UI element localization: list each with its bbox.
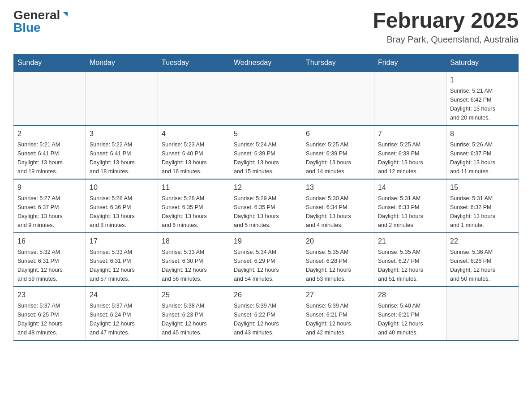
- calendar-table: SundayMondayTuesdayWednesdayThursdayFrid…: [13, 54, 519, 341]
- month-title: February 2025: [373, 9, 519, 33]
- calendar-day-cell: 15Sunrise: 5:31 AMSunset: 6:32 PMDayligh…: [446, 179, 519, 233]
- calendar-day-cell: [302, 72, 374, 125]
- weekday-header-saturday: Saturday: [446, 54, 519, 72]
- day-number: 8: [450, 128, 515, 139]
- calendar-day-cell: 6Sunrise: 5:25 AMSunset: 6:39 PMDaylight…: [302, 125, 374, 179]
- day-info: Sunrise: 5:28 AMSunset: 6:36 PMDaylight:…: [90, 194, 154, 230]
- day-number: 27: [306, 290, 370, 300]
- day-number: 17: [90, 236, 154, 247]
- day-info: Sunrise: 5:27 AMSunset: 6:37 PMDaylight:…: [17, 194, 82, 230]
- day-number: 9: [17, 182, 82, 193]
- calendar-week-row: 16Sunrise: 5:32 AMSunset: 6:31 PMDayligh…: [14, 233, 519, 287]
- day-number: 24: [90, 290, 154, 300]
- day-number: 25: [162, 290, 226, 300]
- day-number: 20: [306, 236, 370, 247]
- day-info: Sunrise: 5:25 AMSunset: 6:38 PMDaylight:…: [378, 140, 442, 176]
- weekday-header-thursday: Thursday: [302, 54, 374, 72]
- day-info: Sunrise: 5:26 AMSunset: 6:37 PMDaylight:…: [450, 140, 515, 176]
- day-info: Sunrise: 5:39 AMSunset: 6:21 PMDaylight:…: [306, 301, 370, 337]
- calendar-day-cell: 28Sunrise: 5:40 AMSunset: 6:21 PMDayligh…: [374, 287, 446, 340]
- day-number: 6: [306, 128, 370, 139]
- calendar-day-cell: 7Sunrise: 5:25 AMSunset: 6:38 PMDaylight…: [374, 125, 446, 179]
- day-number: 2: [17, 128, 82, 139]
- calendar-day-cell: 16Sunrise: 5:32 AMSunset: 6:31 PMDayligh…: [14, 233, 86, 287]
- day-info: Sunrise: 5:37 AMSunset: 6:24 PMDaylight:…: [90, 301, 154, 337]
- day-info: Sunrise: 5:34 AMSunset: 6:29 PMDaylight:…: [234, 248, 298, 283]
- day-number: 11: [162, 182, 226, 193]
- day-number: 1: [450, 75, 515, 86]
- day-number: 4: [162, 128, 226, 139]
- calendar-day-cell: 26Sunrise: 5:39 AMSunset: 6:22 PMDayligh…: [230, 287, 302, 340]
- day-info: Sunrise: 5:24 AMSunset: 6:39 PMDaylight:…: [234, 140, 298, 176]
- calendar-header-row: SundayMondayTuesdayWednesdayThursdayFrid…: [14, 54, 519, 72]
- day-number: 21: [378, 236, 442, 247]
- calendar-day-cell: 21Sunrise: 5:35 AMSunset: 6:27 PMDayligh…: [374, 233, 446, 287]
- day-info: Sunrise: 5:35 AMSunset: 6:27 PMDaylight:…: [378, 248, 442, 283]
- day-info: Sunrise: 5:39 AMSunset: 6:22 PMDaylight:…: [234, 301, 298, 337]
- day-info: Sunrise: 5:36 AMSunset: 6:26 PMDaylight:…: [450, 248, 515, 283]
- day-number: 26: [234, 290, 298, 300]
- weekday-header-tuesday: Tuesday: [158, 54, 230, 72]
- day-info: Sunrise: 5:33 AMSunset: 6:31 PMDaylight:…: [90, 248, 154, 283]
- day-info: Sunrise: 5:25 AMSunset: 6:39 PMDaylight:…: [306, 140, 370, 176]
- calendar-day-cell: 18Sunrise: 5:33 AMSunset: 6:30 PMDayligh…: [158, 233, 230, 287]
- calendar-day-cell: 24Sunrise: 5:37 AMSunset: 6:24 PMDayligh…: [86, 287, 158, 340]
- day-info: Sunrise: 5:30 AMSunset: 6:34 PMDaylight:…: [306, 194, 370, 230]
- calendar-day-cell: 4Sunrise: 5:23 AMSunset: 6:40 PMDaylight…: [158, 125, 230, 179]
- day-info: Sunrise: 5:21 AMSunset: 6:42 PMDaylight:…: [450, 86, 515, 122]
- day-info: Sunrise: 5:35 AMSunset: 6:28 PMDaylight:…: [306, 248, 370, 283]
- calendar-week-row: 1Sunrise: 5:21 AMSunset: 6:42 PMDaylight…: [14, 72, 519, 125]
- calendar-day-cell: [14, 72, 86, 125]
- day-info: Sunrise: 5:32 AMSunset: 6:31 PMDaylight:…: [17, 248, 82, 283]
- calendar-day-cell: 13Sunrise: 5:30 AMSunset: 6:34 PMDayligh…: [302, 179, 374, 233]
- calendar-day-cell: [446, 287, 519, 340]
- day-number: 23: [17, 290, 82, 300]
- logo-general: General: [13, 9, 60, 21]
- day-info: Sunrise: 5:21 AMSunset: 6:41 PMDaylight:…: [17, 140, 82, 176]
- day-number: 10: [90, 182, 154, 193]
- day-number: 12: [234, 182, 298, 193]
- calendar-day-cell: 14Sunrise: 5:31 AMSunset: 6:33 PMDayligh…: [374, 179, 446, 233]
- day-info: Sunrise: 5:22 AMSunset: 6:41 PMDaylight:…: [90, 140, 154, 176]
- day-info: Sunrise: 5:37 AMSunset: 6:25 PMDaylight:…: [17, 301, 82, 337]
- calendar-day-cell: 3Sunrise: 5:22 AMSunset: 6:41 PMDaylight…: [86, 125, 158, 179]
- logo-blue: Blue: [13, 21, 41, 34]
- svg-marker-0: [63, 12, 68, 17]
- day-number: 7: [378, 128, 442, 139]
- day-info: Sunrise: 5:40 AMSunset: 6:21 PMDaylight:…: [378, 301, 442, 337]
- calendar-day-cell: 1Sunrise: 5:21 AMSunset: 6:42 PMDaylight…: [446, 72, 519, 125]
- day-info: Sunrise: 5:33 AMSunset: 6:30 PMDaylight:…: [162, 248, 226, 283]
- calendar-week-row: 9Sunrise: 5:27 AMSunset: 6:37 PMDaylight…: [14, 179, 519, 233]
- calendar-day-cell: 22Sunrise: 5:36 AMSunset: 6:26 PMDayligh…: [446, 233, 519, 287]
- calendar-day-cell: [230, 72, 302, 125]
- calendar-day-cell: 11Sunrise: 5:28 AMSunset: 6:35 PMDayligh…: [158, 179, 230, 233]
- logo-arrow-icon: [61, 10, 70, 21]
- day-number: 5: [234, 128, 298, 139]
- day-number: 15: [450, 182, 515, 193]
- calendar-day-cell: 8Sunrise: 5:26 AMSunset: 6:37 PMDaylight…: [446, 125, 519, 179]
- day-number: 16: [17, 236, 82, 247]
- day-info: Sunrise: 5:23 AMSunset: 6:40 PMDaylight:…: [162, 140, 226, 176]
- calendar-day-cell: 12Sunrise: 5:29 AMSunset: 6:35 PMDayligh…: [230, 179, 302, 233]
- day-number: 14: [378, 182, 442, 193]
- calendar-day-cell: 19Sunrise: 5:34 AMSunset: 6:29 PMDayligh…: [230, 233, 302, 287]
- weekday-header-wednesday: Wednesday: [230, 54, 302, 72]
- weekday-header-monday: Monday: [86, 54, 158, 72]
- day-number: 22: [450, 236, 515, 247]
- calendar-day-cell: 17Sunrise: 5:33 AMSunset: 6:31 PMDayligh…: [86, 233, 158, 287]
- day-info: Sunrise: 5:28 AMSunset: 6:35 PMDaylight:…: [162, 194, 226, 230]
- day-number: 3: [90, 128, 154, 139]
- day-number: 18: [162, 236, 226, 247]
- calendar-day-cell: 25Sunrise: 5:38 AMSunset: 6:23 PMDayligh…: [158, 287, 230, 340]
- day-number: 13: [306, 182, 370, 193]
- title-section: February 2025 Bray Park, Queensland, Aus…: [373, 9, 519, 45]
- calendar-day-cell: 27Sunrise: 5:39 AMSunset: 6:21 PMDayligh…: [302, 287, 374, 340]
- calendar-day-cell: [86, 72, 158, 125]
- day-number: 28: [378, 290, 442, 300]
- calendar-day-cell: 2Sunrise: 5:21 AMSunset: 6:41 PMDaylight…: [14, 125, 86, 179]
- calendar-week-row: 2Sunrise: 5:21 AMSunset: 6:41 PMDaylight…: [14, 125, 519, 179]
- day-info: Sunrise: 5:38 AMSunset: 6:23 PMDaylight:…: [162, 301, 226, 337]
- page-header: General Blue February 2025 Bray Park, Qu…: [13, 9, 519, 45]
- calendar-day-cell: 5Sunrise: 5:24 AMSunset: 6:39 PMDaylight…: [230, 125, 302, 179]
- weekday-header-friday: Friday: [374, 54, 446, 72]
